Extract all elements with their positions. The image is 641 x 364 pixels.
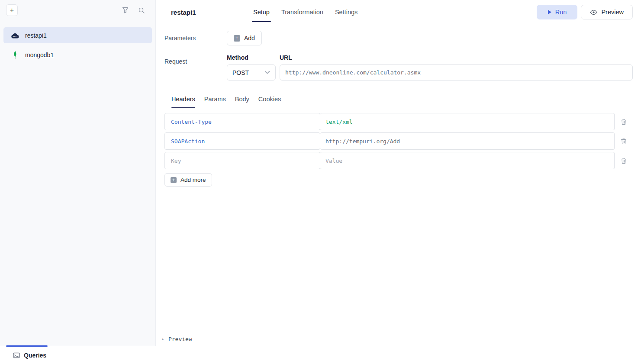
search-icon[interactable] xyxy=(138,7,145,14)
method-value: POST xyxy=(232,69,249,76)
preview-button[interactable]: Preview xyxy=(581,5,633,19)
query-item-restapi1[interactable]: REST restapi1 xyxy=(3,27,152,43)
header-row xyxy=(164,113,633,130)
header-key-input[interactable] xyxy=(164,132,320,150)
expand-up-icon: ▲ xyxy=(161,337,164,341)
plus-icon: + xyxy=(171,177,177,183)
header-actions: Run Preview xyxy=(537,5,633,19)
query-list: REST restapi1 mongodb1 xyxy=(0,20,155,63)
headers-table xyxy=(164,113,633,169)
request-row: Request Method POST URL xyxy=(164,54,633,81)
subtab-headers[interactable]: Headers xyxy=(171,96,195,108)
new-query-button[interactable]: + xyxy=(6,4,18,16)
filter-icon[interactable] xyxy=(122,7,129,13)
queries-sidebar: + REST restapi1 mongodb xyxy=(0,0,156,364)
eye-icon xyxy=(590,10,597,15)
mongodb-icon xyxy=(10,51,20,59)
add-more-button[interactable]: + Add more xyxy=(164,173,212,187)
preview-button-label: Preview xyxy=(601,9,624,16)
tab-transformation[interactable]: Transformation xyxy=(281,0,323,24)
add-more-label: Add more xyxy=(180,177,206,183)
header-row xyxy=(164,132,633,150)
method-label: Method xyxy=(227,54,276,61)
trash-icon xyxy=(621,119,627,125)
sidebar-bottom-bar: Queries xyxy=(0,346,156,364)
response-preview-bar[interactable]: ▲ Preview xyxy=(156,330,641,364)
subtab-params[interactable]: Params xyxy=(204,96,226,108)
header-row-empty xyxy=(164,152,633,169)
response-preview-label: Preview xyxy=(168,336,192,342)
queries-tab[interactable]: Queries xyxy=(0,346,156,364)
main-panel: restapi1 Setup Transformation Settings R… xyxy=(156,0,641,364)
request-subtabs: Headers Params Body Cookies xyxy=(164,96,285,108)
delete-row-button[interactable] xyxy=(615,113,633,130)
setup-section: Parameters + Add Request Method POST xyxy=(156,24,641,187)
rest-api-icon: REST xyxy=(10,32,20,39)
sidebar-header: + xyxy=(0,0,155,20)
tab-settings[interactable]: Settings xyxy=(335,0,358,24)
query-item-label: restapi1 xyxy=(25,32,47,39)
add-parameter-label: Add xyxy=(244,35,255,42)
queries-tab-label: Queries xyxy=(24,352,46,359)
header-tabs: Setup Transformation Settings xyxy=(253,0,358,24)
header-value-input[interactable] xyxy=(320,152,615,169)
parameters-row: Parameters + Add xyxy=(164,31,633,45)
play-icon xyxy=(548,10,552,15)
method-column: Method POST xyxy=(227,54,276,81)
svg-text:REST: REST xyxy=(13,35,18,38)
header-value-input[interactable] xyxy=(320,132,615,150)
queries-tab-active-indicator xyxy=(6,345,48,347)
query-item-mongodb1[interactable]: mongodb1 xyxy=(3,47,152,63)
url-input[interactable] xyxy=(280,64,633,81)
header-key-input[interactable] xyxy=(164,152,320,169)
url-label: URL xyxy=(280,54,633,61)
header-value-input[interactable] xyxy=(320,113,615,130)
query-item-label: mongodb1 xyxy=(25,52,54,58)
url-column: URL xyxy=(280,54,633,81)
method-select[interactable]: POST xyxy=(227,64,276,81)
run-button-label: Run xyxy=(555,9,567,16)
trash-icon xyxy=(621,158,627,164)
add-parameter-button[interactable]: + Add xyxy=(227,31,262,45)
plus-icon: + xyxy=(234,35,240,42)
query-title: restapi1 xyxy=(171,9,253,16)
queries-icon xyxy=(13,352,20,358)
app-root: + REST restapi1 mongodb xyxy=(0,0,641,364)
request-label: Request xyxy=(164,54,227,81)
delete-row-button[interactable] xyxy=(615,132,633,150)
chevron-down-icon xyxy=(264,71,270,74)
subtab-cookies[interactable]: Cookies xyxy=(258,96,281,108)
parameters-label: Parameters xyxy=(164,31,227,42)
delete-row-button[interactable] xyxy=(615,152,633,169)
tab-setup[interactable]: Setup xyxy=(253,0,270,24)
run-button[interactable]: Run xyxy=(537,5,578,19)
main-header: restapi1 Setup Transformation Settings R… xyxy=(156,0,641,24)
subtab-body[interactable]: Body xyxy=(235,96,249,108)
trash-icon xyxy=(621,138,627,145)
header-key-input[interactable] xyxy=(164,113,320,130)
